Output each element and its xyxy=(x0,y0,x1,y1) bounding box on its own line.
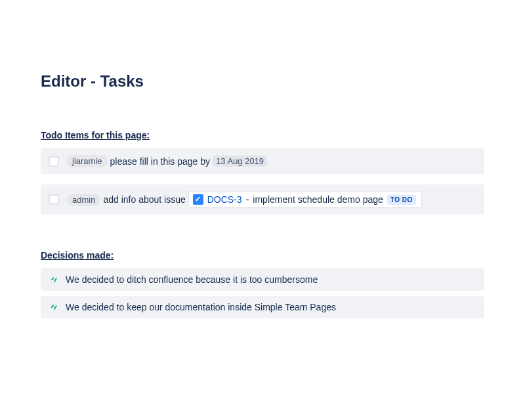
page-title: Editor - Tasks xyxy=(41,72,484,91)
section-heading-todo: Todo Items for this page: xyxy=(41,130,484,140)
task-type-icon xyxy=(193,194,203,205)
task-checkbox[interactable] xyxy=(49,194,59,205)
date-pill[interactable]: 13 Aug 2019 xyxy=(213,156,267,167)
decision-row: We decided to ditch confluence because i… xyxy=(41,268,484,291)
decision-text: We decided to ditch confluence because i… xyxy=(66,274,318,285)
decision-list: We decided to ditch confluence because i… xyxy=(41,268,484,318)
issue-card[interactable]: DOCS-3 - implement schedule demo page TO… xyxy=(188,191,422,208)
issue-key: DOCS-3 xyxy=(207,194,242,205)
section-heading-decisions: Decisions made: xyxy=(41,250,484,261)
task-row: admin add info about issue DOCS-3 - impl… xyxy=(41,184,484,215)
task-checkbox[interactable] xyxy=(49,156,59,167)
user-mention[interactable]: jlaramie xyxy=(67,155,108,167)
issue-summary: implement schedule demo page xyxy=(253,194,383,205)
task-row: jlaramie please fill in this page by 13 … xyxy=(41,148,484,174)
decision-icon xyxy=(49,302,59,312)
decision-row: We decided to keep our documentation ins… xyxy=(41,296,484,318)
user-mention[interactable]: admin xyxy=(67,194,100,206)
decision-icon xyxy=(49,274,59,285)
task-text: please fill in this page by xyxy=(110,156,211,167)
decision-text: We decided to keep our documentation ins… xyxy=(66,302,336,312)
task-text: add info about issue xyxy=(103,194,185,205)
issue-dash: - xyxy=(246,194,249,205)
task-list: jlaramie please fill in this page by 13 … xyxy=(41,148,484,215)
status-lozenge: TO DO xyxy=(387,195,416,205)
